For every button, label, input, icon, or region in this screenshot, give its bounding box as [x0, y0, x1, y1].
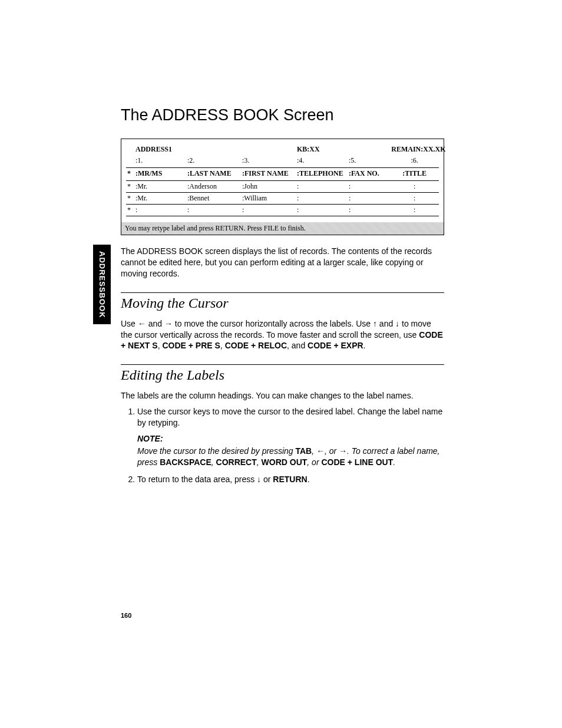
cell: : [390, 181, 439, 193]
screen-db-name: ADDRESS1 [134, 143, 296, 155]
cell: : [348, 205, 390, 216]
cell: : [348, 193, 390, 205]
col-label: :TITLE [390, 168, 439, 181]
row-bullet: * [126, 168, 134, 181]
col-num: :1. [134, 155, 186, 168]
col-label: :FIRST NAME [241, 168, 296, 181]
col-num: :4. [296, 155, 348, 168]
steps-list: Use the cursor keys to move the cursor t… [121, 406, 444, 485]
row-bullet: * [126, 205, 134, 216]
col-label: :LAST NAME [186, 168, 241, 181]
col-num: :3. [241, 155, 296, 168]
manual-page: ADDRESSBOOK The ADDRESS BOOK Screen ADDR… [0, 0, 562, 728]
page-number: 160 [121, 612, 131, 619]
note-label: NOTE: [137, 433, 444, 444]
col-num: :5. [348, 155, 390, 168]
cell: : [296, 181, 348, 193]
editing-labels-intro: The labels are the column headings. You … [121, 390, 444, 401]
col-label: :MR/MS [134, 168, 186, 181]
section-rule [121, 292, 444, 293]
cell: :John [241, 181, 296, 193]
cell: :Bennet [186, 193, 241, 205]
cell: :William [241, 193, 296, 205]
cell: : [241, 205, 296, 216]
note-body: Move the cursor to the desired by pressi… [137, 446, 444, 468]
col-num: :6. [390, 155, 439, 168]
cell: :Anderson [186, 181, 241, 193]
cell: :Mr. [134, 181, 186, 193]
cell: : [390, 205, 439, 216]
cell: : [296, 205, 348, 216]
side-tab: ADDRESSBOOK [93, 245, 111, 324]
moving-cursor-paragraph: Use ← and → to move the cursor horizonta… [121, 318, 444, 352]
cell: : [296, 193, 348, 205]
page-title: The ADDRESS BOOK Screen [121, 106, 444, 124]
step-item: Use the cursor keys to move the cursor t… [137, 406, 444, 467]
row-bullet: * [126, 193, 134, 205]
cell: :Mr. [134, 193, 186, 205]
subheading-editing-labels: Editing the Labels [121, 367, 444, 383]
address-book-screen: ADDRESS1 KB:XX REMAIN:XX.XK :1. :2. :3. … [121, 139, 444, 235]
subheading-moving-cursor: Moving the Cursor [121, 295, 444, 311]
cell: : [348, 181, 390, 193]
screen-kb: KB:XX [296, 143, 348, 155]
cell: : [134, 205, 186, 216]
row-bullet: * [126, 181, 134, 193]
cell: : [390, 193, 439, 205]
col-num: :2. [186, 155, 241, 168]
col-label: :TELEPHONE [296, 168, 348, 181]
col-label: :FAX NO. [348, 168, 390, 181]
cell: : [186, 205, 241, 216]
status-bar: You may retype label and press RETURN. P… [121, 222, 444, 235]
intro-paragraph: The ADDRESS BOOK screen displays the lis… [121, 246, 444, 279]
section-rule [121, 364, 444, 365]
step-item: To return to the data area, press ↓ or R… [137, 474, 444, 485]
screen-remain: REMAIN:XX.XK [390, 143, 439, 155]
